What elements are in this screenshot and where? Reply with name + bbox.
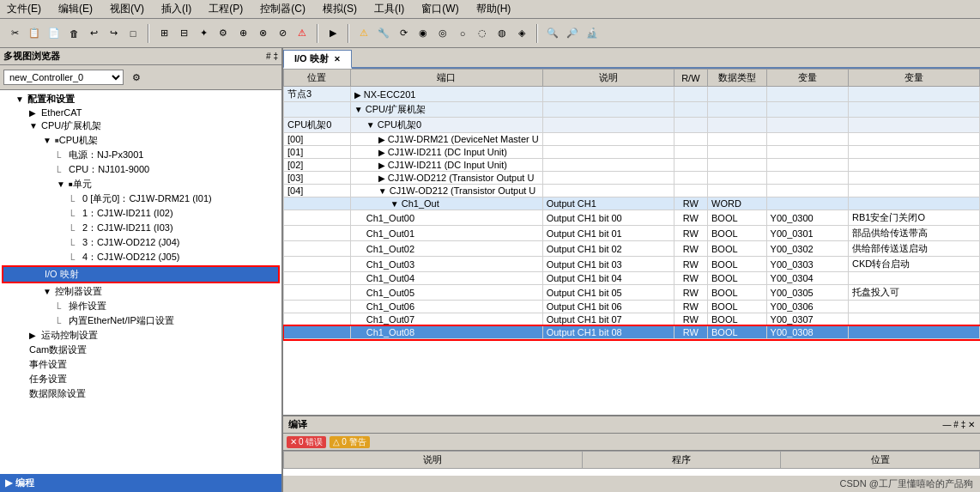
- tree-item-task[interactable]: 任务设置: [2, 372, 280, 386]
- tab-io-map-close[interactable]: ✕: [334, 55, 341, 64]
- tree-item-cpu-rack[interactable]: ▼ ■ CPU机架: [2, 133, 280, 148]
- bottom-panel-pin[interactable]: — # ‡ ✕: [943, 420, 975, 429]
- tree-item-event[interactable]: 事件设置: [2, 357, 280, 372]
- tree-item-motion[interactable]: ▶ 运动控制设置: [2, 328, 280, 343]
- table-row[interactable]: Ch1_Out06 Output CH1 bit 06 RW BOOL Y00_…: [284, 301, 980, 313]
- tree-item-io-map[interactable]: I/O 映射: [2, 265, 280, 283]
- toolbar-btn-h[interactable]: ⚠: [293, 24, 312, 43]
- table-row[interactable]: Ch1_Out03 Output CH1 bit 03 RW BOOL Y00_…: [284, 257, 980, 272]
- menu-controller[interactable]: 控制器(C): [257, 1, 309, 17]
- table-row[interactable]: Ch1_Out01 Output CH1 bit 01 RW BOOL Y00_…: [284, 226, 980, 241]
- toolbar-btn-f[interactable]: ⊗: [253, 24, 272, 43]
- table-row[interactable]: Ch1_Out05 Output CH1 bit 05 RW BOOL Y00_…: [284, 285, 980, 301]
- cell-desc: [542, 102, 674, 118]
- menu-project[interactable]: 工程(P): [205, 1, 246, 17]
- cell-pos: [284, 241, 351, 257]
- toolbar-btn-a[interactable]: ⊞: [154, 24, 173, 43]
- controller-settings-btn[interactable]: ⚙: [127, 68, 146, 87]
- toolbar-btn-i[interactable]: ▶: [324, 24, 342, 43]
- cell-rw: RW: [674, 257, 707, 272]
- tree-item-config[interactable]: ▼ 配置和设置: [2, 92, 280, 106]
- tree-item-units[interactable]: ▼ ■ 单元: [2, 177, 280, 191]
- tree-item-unit2[interactable]: L 2：CJ1W-ID211 (I03): [2, 221, 280, 235]
- toolbar-btn-q[interactable]: ◍: [493, 24, 511, 43]
- table-row[interactable]: ▼ CPU/扩展机架: [284, 102, 980, 118]
- table-row[interactable]: Ch1_Out00 Output CH1 bit 00 RW BOOL Y00_…: [284, 210, 980, 226]
- cell-var: Y00_0300: [766, 210, 848, 226]
- table-row[interactable]: 节点3 ▶ NX-ECC201: [284, 87, 980, 102]
- tab-io-map[interactable]: I/O 映射 ✕: [283, 50, 352, 69]
- cell-var: Y00_0303: [766, 257, 848, 272]
- cell-port: Ch1_Out04: [350, 272, 542, 285]
- toolbar-btn-d[interactable]: ⚙: [214, 24, 233, 43]
- menu-help[interactable]: 帮助(H): [473, 1, 515, 17]
- table-row[interactable]: [04] ▼ CJ1W-OD212 (Transistor Output U: [284, 185, 980, 197]
- toolbar-btn-k[interactable]: 🔧: [374, 24, 393, 43]
- toolbar-btn-p[interactable]: ◌: [473, 24, 492, 43]
- cell-desc: [542, 159, 674, 172]
- cell-pos: [02]: [284, 159, 351, 172]
- menu-window[interactable]: 窗口(W): [418, 1, 462, 17]
- tree-item-unit0[interactable]: L 0 [单元0]：CJ1W-DRM21 (I01): [2, 191, 280, 206]
- controller-select[interactable]: new_Controller_0: [3, 70, 124, 85]
- table-row[interactable]: ▼ Ch1_Out Output CH1 RW WORD: [284, 197, 980, 210]
- toolbar-delete[interactable]: 🗑: [64, 24, 83, 43]
- cell-var: [766, 146, 848, 159]
- menu-file[interactable]: 文件(E): [3, 1, 45, 17]
- tree-item-controller-settings[interactable]: ▼ 控制器设置: [2, 284, 280, 299]
- table-row[interactable]: Ch1_Out02 Output CH1 bit 02 RW BOOL Y00_…: [284, 241, 980, 257]
- table-row[interactable]: Ch1_Out04 Output CH1 bit 04 RW BOOL Y00_…: [284, 272, 980, 285]
- menu-view[interactable]: 视图(V): [106, 1, 148, 17]
- toolbar-btn-c[interactable]: ✦: [194, 24, 213, 43]
- tree-item-op-settings[interactable]: L 操作设置: [2, 299, 280, 313]
- menu-insert[interactable]: 插入(I): [158, 1, 195, 17]
- compiling-section-header[interactable]: ▶ 编程: [0, 474, 281, 492]
- cell-var: [766, 172, 848, 185]
- panel-pin[interactable]: # ‡: [266, 52, 278, 61]
- table-row[interactable]: Ch1_Out08 Output CH1 bit 08 RW BOOL Y00_…: [284, 326, 980, 339]
- toolbar-btn-m[interactable]: ◉: [414, 24, 433, 43]
- tree-item-cpu-expand[interactable]: ▼ CPU/扩展机架: [2, 118, 280, 133]
- tree-item-unit3[interactable]: L 3：CJ1W-OD212 (J04): [2, 235, 280, 250]
- tree-item-power[interactable]: L 电源：NJ-Px3001: [2, 148, 280, 162]
- toolbar-btn-t[interactable]: 🔎: [563, 24, 582, 43]
- menu-edit[interactable]: 编辑(E): [55, 1, 96, 17]
- toolbar-cut[interactable]: ✂: [5, 24, 24, 43]
- tree-item-cam[interactable]: Cam数据设置: [2, 343, 280, 357]
- cell-desc: [542, 146, 674, 159]
- table-row[interactable]: [01] ▶ CJ1W-ID211 (DC Input Unit): [284, 146, 980, 159]
- toolbar-copy[interactable]: 📋: [25, 24, 44, 43]
- toolbar-paste[interactable]: 📄: [45, 24, 64, 43]
- tree-item-unit1[interactable]: L 1：CJ1W-ID211 (I02): [2, 206, 280, 221]
- toolbar-btn-b[interactable]: ⊟: [174, 24, 193, 43]
- toolbar-btn-e[interactable]: ⊕: [233, 24, 252, 43]
- toolbar-undo[interactable]: ↩: [84, 24, 103, 43]
- tree-item-ethernet-settings[interactable]: L 内置EtherNet/IP端口设置: [2, 313, 280, 328]
- toolbar-redo[interactable]: ↪: [104, 24, 123, 43]
- toolbar-btn-g[interactable]: ⊘: [273, 24, 292, 43]
- tree-item-data-delete[interactable]: 数据限除设置: [2, 386, 280, 401]
- toolbar-btn-s[interactable]: 🔍: [543, 24, 562, 43]
- toolbar-extra[interactable]: □: [124, 24, 142, 43]
- warn-badge[interactable]: △ 0 警告: [330, 436, 369, 448]
- tree-item-cpu[interactable]: L CPU：NJ101-9000: [2, 162, 280, 177]
- tree-item-ethercat[interactable]: ▶ EtherCAT: [2, 106, 280, 118]
- toolbar-btn-l[interactable]: ⟳: [394, 24, 413, 43]
- error-badge[interactable]: ✕ 0 错误: [287, 436, 326, 448]
- table-row[interactable]: [02] ▶ CJ1W-ID211 (DC Input Unit): [284, 159, 980, 172]
- toolbar-btn-o[interactable]: ○: [453, 24, 472, 43]
- tree-item-unit4[interactable]: L 4：CJ1W-OD212 (J05): [2, 250, 280, 264]
- table-row[interactable]: [03] ▶ CJ1W-OD212 (Transistor Output U: [284, 172, 980, 185]
- table-row[interactable]: [00] ▶ CJ1W-DRM21 (DeviceNet Master U: [284, 133, 980, 146]
- cell-port: Ch1_Out01: [350, 226, 542, 241]
- toolbar-btn-j[interactable]: ⚠: [354, 24, 373, 43]
- menu-tools[interactable]: 工具(I): [371, 1, 408, 17]
- cell-var2: [849, 197, 980, 210]
- toolbar-btn-u[interactable]: 🔬: [583, 24, 602, 43]
- table-row[interactable]: Ch1_Out07 Output CH1 bit 07 RW BOOL Y00_…: [284, 313, 980, 326]
- toolbar-btn-n[interactable]: ◎: [433, 24, 452, 43]
- toolbar-btn-r[interactable]: ◈: [512, 24, 531, 43]
- table-row[interactable]: CPU机架0 ▼ CPU机架0: [284, 118, 980, 133]
- cell-port: ▶ CJ1W-OD212 (Transistor Output U: [350, 172, 542, 185]
- menu-simulate[interactable]: 模拟(S): [319, 1, 360, 17]
